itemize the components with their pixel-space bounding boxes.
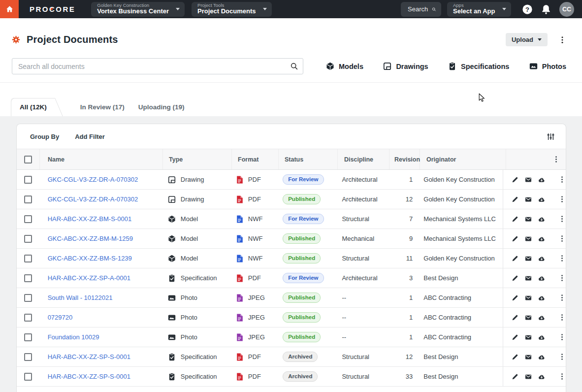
help-button[interactable]: ?: [522, 4, 533, 15]
column-header-originator[interactable]: Originator: [420, 149, 506, 169]
tab-uploading[interactable]: Uploading (19): [131, 98, 192, 116]
email-button[interactable]: [525, 373, 532, 380]
column-header-discipline[interactable]: Discipline: [338, 149, 389, 169]
document-name-link[interactable]: GKC-ABC-XX-ZZ-BM-S-1239: [48, 255, 132, 262]
tool-selector[interactable]: Project Tools Project Documents: [192, 2, 271, 17]
edit-button[interactable]: [512, 373, 518, 380]
add-filter-button[interactable]: Add Filter: [75, 130, 105, 143]
column-header-format[interactable]: Format: [232, 149, 279, 169]
navbar-search-button[interactable]: Search: [401, 2, 441, 17]
user-avatar[interactable]: CC: [559, 2, 574, 17]
home-button[interactable]: [0, 0, 19, 18]
edit-button[interactable]: [512, 275, 518, 282]
email-button[interactable]: [525, 294, 532, 301]
document-name-link[interactable]: GKC-CGL-V3-ZZ-DR-A-070302: [48, 196, 138, 203]
tab-in-review[interactable]: In Review (17): [73, 98, 131, 116]
row-checkbox[interactable]: [24, 353, 32, 361]
download-button[interactable]: [538, 294, 545, 301]
procore-logo[interactable]: PROCORE: [30, 5, 75, 13]
quick-link-drawings[interactable]: Drawings: [383, 62, 428, 70]
row-checkbox[interactable]: [24, 333, 32, 341]
document-name-link[interactable]: South Wall - 10122021: [48, 294, 113, 301]
edit-button[interactable]: [512, 334, 518, 341]
row-more-button[interactable]: [558, 196, 566, 203]
email-button[interactable]: [525, 314, 532, 321]
originator-value: Golden Key Construction: [417, 170, 503, 189]
page-more-options-button[interactable]: [558, 36, 566, 44]
search-icon[interactable]: [290, 62, 298, 70]
email-button[interactable]: [525, 334, 532, 341]
gear-icon[interactable]: [12, 35, 20, 44]
edit-button[interactable]: [512, 354, 518, 360]
column-header-type[interactable]: Type: [163, 149, 232, 169]
project-selector[interactable]: Golden Key Construction Vortex Business …: [91, 2, 185, 17]
quick-link-models[interactable]: Models: [326, 62, 363, 70]
row-checkbox[interactable]: [24, 255, 32, 262]
download-button[interactable]: [538, 314, 545, 321]
email-button[interactable]: [525, 216, 532, 223]
document-name-link[interactable]: HAR-ABC-XX-ZZ-SP-S-0001: [48, 373, 130, 380]
column-header-name[interactable]: Name: [40, 149, 163, 169]
row-checkbox[interactable]: [24, 215, 32, 223]
column-header-revision[interactable]: Revision: [389, 149, 420, 169]
quick-link-photos[interactable]: Photos: [529, 62, 566, 70]
row-more-button[interactable]: [558, 235, 566, 242]
edit-button[interactable]: [512, 314, 518, 321]
email-button[interactable]: [525, 196, 532, 203]
edit-button[interactable]: [512, 216, 518, 223]
row-checkbox[interactable]: [24, 314, 32, 322]
email-button[interactable]: [525, 255, 532, 262]
upload-button[interactable]: Upload: [506, 33, 548, 46]
tab-all[interactable]: All (12K): [11, 98, 63, 116]
download-button[interactable]: [538, 354, 545, 360]
columns-more-button[interactable]: [552, 156, 560, 163]
notifications-button[interactable]: [541, 4, 551, 15]
row-checkbox[interactable]: [24, 196, 32, 203]
edit-button[interactable]: [512, 294, 518, 301]
select-all-checkbox[interactable]: [24, 156, 32, 163]
row-checkbox[interactable]: [24, 294, 32, 302]
search-input[interactable]: [12, 58, 303, 74]
row-more-button[interactable]: [558, 333, 566, 341]
email-button[interactable]: [525, 275, 532, 282]
row-more-button[interactable]: [558, 215, 566, 223]
quick-link-specifications[interactable]: Specifications: [448, 62, 509, 70]
edit-button[interactable]: [512, 196, 518, 203]
edit-button[interactable]: [512, 235, 518, 242]
download-button[interactable]: [538, 255, 545, 262]
edit-button[interactable]: [512, 255, 518, 262]
row-more-button[interactable]: [558, 176, 566, 183]
download-button[interactable]: [538, 334, 545, 341]
edit-button[interactable]: [512, 176, 518, 183]
document-name-link[interactable]: HAR-ABC-XX-ZZ-BM-S-0001: [48, 215, 131, 223]
row-checkbox[interactable]: [24, 235, 32, 243]
document-name-link[interactable]: Foundation 10029: [48, 333, 99, 341]
email-button[interactable]: [525, 235, 532, 242]
apps-selector[interactable]: Apps Select an App: [447, 2, 511, 17]
download-button[interactable]: [538, 216, 545, 223]
email-button[interactable]: [525, 176, 532, 183]
row-more-button[interactable]: [558, 274, 566, 282]
document-name-link[interactable]: GKC-ABC-XX-ZZ-BM-M-1259: [48, 235, 133, 242]
row-more-button[interactable]: [558, 294, 566, 301]
download-button[interactable]: [538, 373, 545, 380]
table-settings-button[interactable]: [547, 132, 555, 141]
row-more-button[interactable]: [558, 373, 566, 380]
document-name-link[interactable]: HAR-ABC-XX-ZZ-SP-A-0001: [48, 274, 130, 282]
row-more-button[interactable]: [558, 314, 566, 321]
column-header-status[interactable]: Status: [279, 149, 338, 169]
row-checkbox[interactable]: [24, 274, 32, 282]
row-more-button[interactable]: [558, 353, 566, 360]
row-more-button[interactable]: [558, 255, 566, 262]
row-checkbox[interactable]: [24, 373, 32, 381]
download-button[interactable]: [538, 196, 545, 203]
row-checkbox[interactable]: [24, 176, 32, 184]
email-button[interactable]: [525, 354, 532, 360]
document-name-link[interactable]: 0729720: [48, 314, 73, 321]
document-name-link[interactable]: GKC-CGL-V3-ZZ-DR-A-070302: [48, 176, 138, 183]
download-button[interactable]: [538, 176, 545, 183]
group-by-button[interactable]: Group By: [30, 130, 59, 143]
download-button[interactable]: [538, 275, 545, 282]
document-name-link[interactable]: HAR-ABC-XX-ZZ-SP-S-0001: [48, 353, 130, 360]
download-button[interactable]: [538, 235, 545, 242]
